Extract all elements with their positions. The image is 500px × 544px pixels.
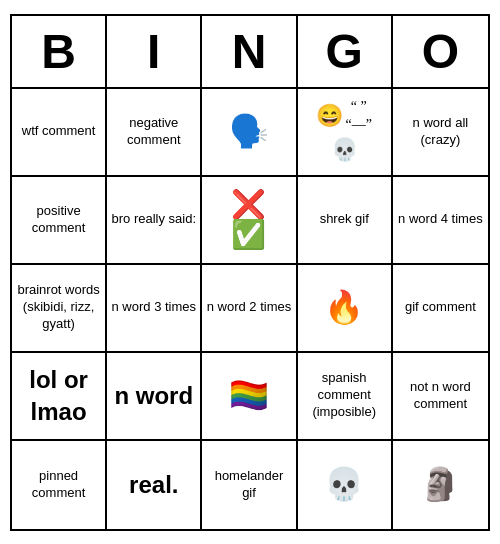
bingo-cell-r4c2: n word	[107, 353, 202, 441]
cell-label: pinned comment	[16, 468, 101, 502]
bingo-cell-r2c4: shrek gif	[298, 177, 393, 265]
check-emoji: ✅	[231, 221, 266, 249]
cell-label: shrek gif	[320, 211, 369, 228]
bingo-letter-i: I	[107, 16, 202, 87]
bingo-cell-r4c3: 🏳️‍🌈	[202, 353, 297, 441]
cell-label: n word 2 times	[207, 299, 292, 316]
bingo-cell-r2c2: bro really said:	[107, 177, 202, 265]
bingo-cell-r2c3: ❌✅	[202, 177, 297, 265]
cross-emoji: ❌	[231, 191, 266, 219]
bingo-header: BINGO	[12, 16, 488, 89]
bingo-cell-r5c3: homelander gif	[202, 441, 297, 529]
cell-label: homelander gif	[206, 468, 291, 502]
bingo-cell-r3c4: 🔥	[298, 265, 393, 353]
cell-label: not n word comment	[397, 379, 484, 413]
cell-label: n word 3 times	[112, 299, 197, 316]
bingo-cell-r1c2: negative comment	[107, 89, 202, 177]
cell-label: n word	[114, 380, 193, 411]
cell-label: bro really said:	[112, 211, 197, 228]
bingo-cell-r4c4: spanish comment (imposible)	[298, 353, 393, 441]
bingo-cell-r3c5: gif comment	[393, 265, 488, 353]
cell-label: negative comment	[111, 115, 196, 149]
cell-emoji: 🗣️	[229, 111, 269, 153]
cell-label: spanish comment (imposible)	[302, 370, 387, 421]
bingo-letter-g: G	[298, 16, 393, 87]
bingo-cell-r4c5: not n word comment	[393, 353, 488, 441]
bingo-letter-b: B	[12, 16, 107, 87]
bingo-cell-r3c1: brainrot words (skibidi, rizz, gyatt)	[12, 265, 107, 353]
smile-emoji: 😄	[316, 102, 343, 131]
quote-marks: “ ”“—”	[345, 98, 371, 134]
cell-label: brainrot words (skibidi, rizz, gyatt)	[16, 282, 101, 333]
cell-label: lol or lmao	[16, 364, 101, 426]
bingo-cell-r4c1: lol or lmao	[12, 353, 107, 441]
bingo-grid: wtf commentnegative comment🗣️😄“ ”“—”💀n w…	[12, 89, 488, 529]
cell-label: positive comment	[16, 203, 101, 237]
bingo-cell-r5c2: real.	[107, 441, 202, 529]
bingo-card: BINGO wtf commentnegative comment🗣️😄“ ”“…	[10, 14, 490, 531]
bingo-cell-r3c3: n word 2 times	[202, 265, 297, 353]
bingo-cell-r2c1: positive comment	[12, 177, 107, 265]
bingo-cell-r1c5: n word all (crazy)	[393, 89, 488, 177]
cell-special-quote-skull: 😄“ ”“—”💀	[316, 98, 371, 165]
cell-label: n word 4 times	[398, 211, 483, 228]
bingo-cell-r5c5: 🗿	[393, 441, 488, 529]
bingo-cell-r1c1: wtf comment	[12, 89, 107, 177]
bingo-letter-n: N	[202, 16, 297, 87]
cell-special-cross-check: ❌✅	[231, 191, 266, 249]
bingo-letter-o: O	[393, 16, 488, 87]
cell-emoji: 🏳️‍🌈	[229, 375, 269, 417]
bingo-cell-r1c4: 😄“ ”“—”💀	[298, 89, 393, 177]
cell-label: n word all (crazy)	[397, 115, 484, 149]
bingo-cell-r5c1: pinned comment	[12, 441, 107, 529]
cell-label: real.	[129, 469, 178, 500]
bingo-cell-r5c4: 💀	[298, 441, 393, 529]
skull-emoji: 💀	[331, 136, 358, 165]
cell-emoji: 🔥	[324, 287, 364, 329]
cell-emoji: 🗿	[420, 464, 460, 506]
bingo-cell-r1c3: 🗣️	[202, 89, 297, 177]
bingo-cell-r3c2: n word 3 times	[107, 265, 202, 353]
bingo-cell-r2c5: n word 4 times	[393, 177, 488, 265]
cell-label: gif comment	[405, 299, 476, 316]
cell-label: wtf comment	[22, 123, 96, 140]
cell-emoji: 💀	[324, 464, 364, 506]
